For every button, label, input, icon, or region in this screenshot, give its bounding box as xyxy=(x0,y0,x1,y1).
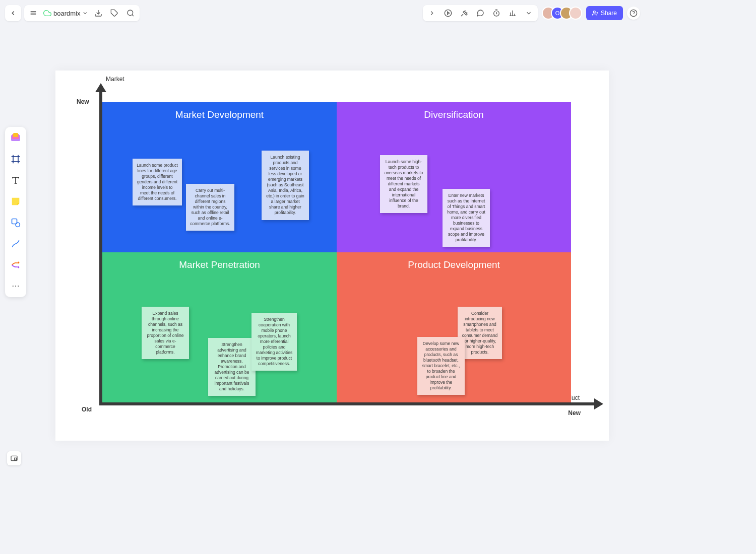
top-right-toolbar: O Share xyxy=(423,5,640,21)
avatar[interactable] xyxy=(569,7,582,20)
collaborator-avatars[interactable]: O xyxy=(542,7,582,20)
sticky-note[interactable]: Launch some product lines for different … xyxy=(133,159,182,205)
poll-button[interactable] xyxy=(508,8,518,18)
svg-point-5 xyxy=(128,10,133,16)
play-circle-icon xyxy=(444,9,452,17)
canvas-frame[interactable]: Market New Old Product New Market Develo… xyxy=(55,71,609,441)
svg-point-33 xyxy=(15,286,16,287)
chevron-left-icon xyxy=(10,10,17,17)
svg-point-29 xyxy=(16,223,20,227)
svg-line-6 xyxy=(133,15,134,16)
sticky-note[interactable]: Strengthen cooperation with mobile phone… xyxy=(251,313,297,371)
download-button[interactable] xyxy=(92,7,104,19)
svg-point-31 xyxy=(18,266,20,268)
quadrant-title: Diversification xyxy=(337,109,571,120)
dots-icon xyxy=(11,282,20,291)
y-axis-new-label: New xyxy=(77,98,89,105)
presentation-tool-group xyxy=(423,5,538,21)
download-icon xyxy=(94,9,102,17)
timer-icon xyxy=(492,9,500,17)
svg-rect-36 xyxy=(15,458,17,460)
cloud-sync-icon xyxy=(43,9,51,17)
play-button[interactable] xyxy=(443,8,453,18)
svg-point-14 xyxy=(593,11,595,13)
menu-button[interactable] xyxy=(27,7,39,19)
svg-point-30 xyxy=(18,262,20,264)
svg-rect-21 xyxy=(13,133,18,137)
frame-icon xyxy=(11,154,21,164)
templates-icon xyxy=(10,132,22,144)
quadrant-product-development[interactable]: Product Development Consider introducing… xyxy=(337,252,571,402)
y-axis-arrow-icon xyxy=(95,83,106,92)
share-label: Share xyxy=(601,10,617,17)
more-tools-button[interactable] xyxy=(524,8,534,18)
minimap-button[interactable] xyxy=(7,451,21,465)
chevron-down-icon xyxy=(82,10,88,16)
document-title-dropdown[interactable]: boardmix xyxy=(43,9,88,17)
sticky-note[interactable]: Strengthen advertising and enhance brand… xyxy=(208,338,256,396)
svg-point-7 xyxy=(445,10,451,16)
connector-icon xyxy=(11,239,21,249)
quadrant-title: Market Development xyxy=(102,109,337,120)
document-title: boardmix xyxy=(53,10,80,17)
tag-icon xyxy=(110,9,118,17)
chevron-right-icon xyxy=(428,10,435,17)
mindmap-icon xyxy=(10,259,21,270)
back-button[interactable] xyxy=(5,5,21,21)
chevron-down-icon xyxy=(525,10,532,17)
svg-point-34 xyxy=(18,286,19,287)
x-axis-line xyxy=(99,402,598,405)
sticky-note[interactable]: Develop some new accessories and product… xyxy=(417,337,465,395)
sticky-note[interactable]: Launch some high-tech products to overse… xyxy=(380,155,427,213)
mindmap-tool[interactable] xyxy=(9,258,23,272)
x-axis-arrow-icon xyxy=(594,398,603,409)
frame-tool[interactable] xyxy=(9,152,23,166)
share-button[interactable]: Share xyxy=(586,6,623,20)
svg-marker-8 xyxy=(448,12,450,14)
user-plus-icon xyxy=(592,10,598,16)
hamburger-icon xyxy=(29,9,37,17)
text-icon xyxy=(11,176,20,185)
tag-button[interactable] xyxy=(108,7,120,19)
top-left-toolbar: boardmix xyxy=(5,5,140,21)
search-button[interactable] xyxy=(124,7,137,19)
y-axis-old-label: Old xyxy=(82,406,92,413)
sticky-note[interactable]: Carry out multi-channel sales in differe… xyxy=(186,184,234,231)
expand-button[interactable] xyxy=(427,8,437,18)
sticky-note-tool[interactable] xyxy=(9,194,23,209)
more-tools[interactable] xyxy=(9,279,23,293)
axes-container: Market Development Launch some product l… xyxy=(93,88,602,408)
document-toolbar: boardmix xyxy=(24,5,140,21)
y-axis-dimension-label: Market xyxy=(106,76,124,83)
sticky-note-icon xyxy=(10,196,21,207)
left-tool-sidebar xyxy=(5,127,26,297)
quadrant-market-penetration[interactable]: Market Penetration Expand sales through … xyxy=(102,252,337,402)
minimap-icon xyxy=(10,454,18,462)
comment-button[interactable] xyxy=(475,8,485,18)
quadrants-grid: Market Development Launch some product l… xyxy=(102,102,571,402)
x-axis-new-label: New xyxy=(568,409,581,417)
timer-button[interactable] xyxy=(491,8,501,18)
comment-icon xyxy=(476,9,484,17)
search-icon xyxy=(127,9,135,17)
shape-tool[interactable] xyxy=(9,216,23,230)
quadrant-title: Market Penetration xyxy=(102,259,337,270)
quadrant-diversification[interactable]: Diversification Launch some high-tech pr… xyxy=(337,102,571,252)
sparkle-icon xyxy=(460,9,468,17)
sticky-note[interactable]: Expand sales through online channels, su… xyxy=(142,307,189,359)
text-tool[interactable] xyxy=(9,173,23,187)
celebrate-button[interactable] xyxy=(459,8,469,18)
quadrant-market-development[interactable]: Market Development Launch some product l… xyxy=(102,102,337,252)
templates-tool[interactable] xyxy=(9,131,23,145)
shape-icon xyxy=(11,218,21,228)
sticky-note[interactable]: Enter new markets such as the Internet o… xyxy=(443,189,490,247)
bar-chart-icon xyxy=(509,9,517,17)
help-icon xyxy=(629,9,638,17)
sticky-note[interactable]: Launch existing products and services in… xyxy=(262,151,309,220)
connector-tool[interactable] xyxy=(9,237,23,251)
help-button[interactable] xyxy=(627,7,640,20)
quadrant-title: Product Development xyxy=(337,259,571,270)
svg-point-32 xyxy=(13,286,14,287)
